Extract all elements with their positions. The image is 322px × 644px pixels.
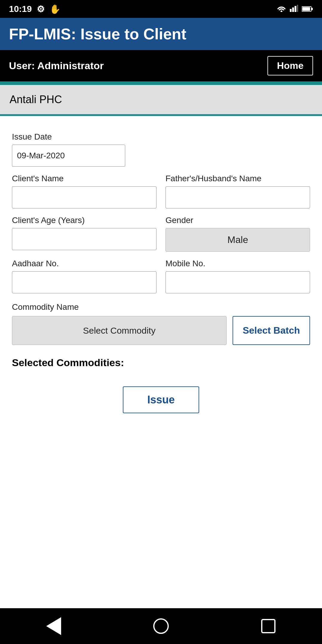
gender-label: Gender — [165, 216, 310, 225]
facility-name: Antali PHC — [0, 85, 322, 116]
recents-nav-button[interactable] — [259, 617, 277, 635]
issue-row: Issue — [12, 386, 310, 413]
father-husband-col: Father's/Husband's Name — [165, 174, 310, 208]
issue-date-label: Issue Date — [12, 132, 310, 142]
home-nav-button[interactable] — [152, 617, 170, 635]
client-name-label: Client's Name — [12, 174, 157, 183]
name-row: Client's Name Father's/Husband's Name — [12, 174, 310, 208]
app-title: FP-LMIS: Issue to Client — [9, 25, 313, 43]
age-col: Client's Age (Years) — [12, 216, 157, 252]
wifi-icon — [277, 4, 286, 14]
commodity-name-label: Commodity Name — [12, 302, 310, 312]
issue-button[interactable]: Issue — [123, 386, 199, 413]
status-time: 10:19 — [9, 4, 32, 14]
svg-rect-4 — [297, 5, 298, 12]
aadhaar-col: Aadhaar No. — [12, 259, 157, 293]
gender-button[interactable]: Male — [165, 228, 310, 252]
select-batch-button[interactable]: Select Batch — [233, 316, 310, 345]
client-name-col: Client's Name — [12, 174, 157, 208]
gear-icon: ⚙ — [37, 4, 45, 14]
father-husband-input[interactable] — [165, 186, 310, 208]
signal-icon — [290, 4, 298, 14]
briefcase-icon: ✋ — [49, 4, 61, 14]
issue-date-input[interactable] — [12, 145, 125, 167]
form-area: Issue Date Client's Name Father's/Husban… — [0, 116, 322, 515]
user-label: User: Administrator — [9, 60, 104, 72]
father-husband-label: Father's/Husband's Name — [165, 174, 310, 183]
mobile-input[interactable] — [165, 271, 310, 293]
client-name-input[interactable] — [12, 186, 157, 208]
bottom-nav — [0, 608, 322, 644]
aadhaar-input[interactable] — [12, 271, 157, 293]
battery-icon — [302, 4, 313, 14]
gender-col: Gender Male — [165, 216, 310, 252]
selected-commodities-label: Selected Commodities: — [12, 357, 310, 369]
aadhaar-mobile-row: Aadhaar No. Mobile No. — [12, 259, 310, 293]
mobile-col: Mobile No. — [165, 259, 310, 293]
status-right — [277, 4, 313, 14]
teal-divider — [0, 81, 322, 85]
client-age-input[interactable] — [12, 228, 157, 250]
aadhaar-label: Aadhaar No. — [12, 259, 157, 268]
home-button[interactable]: Home — [267, 56, 313, 75]
status-left: 10:19 ⚙ ✋ — [9, 4, 61, 14]
client-age-label: Client's Age (Years) — [12, 216, 157, 225]
mobile-label: Mobile No. — [165, 259, 310, 268]
svg-rect-1 — [290, 9, 292, 12]
svg-rect-2 — [292, 7, 294, 12]
svg-rect-7 — [302, 7, 310, 11]
spacer — [0, 515, 322, 608]
select-commodity-button[interactable]: Select Commodity — [12, 316, 227, 345]
user-bar: User: Administrator Home — [0, 50, 322, 81]
age-gender-row: Client's Age (Years) Gender Male — [12, 216, 310, 252]
svg-point-0 — [281, 10, 282, 12]
svg-rect-6 — [312, 8, 313, 10]
status-bar: 10:19 ⚙ ✋ — [0, 0, 322, 18]
app-bar: FP-LMIS: Issue to Client — [0, 18, 322, 50]
back-button[interactable] — [45, 617, 63, 635]
commodity-row: Select Commodity Select Batch — [12, 316, 310, 345]
svg-rect-3 — [295, 6, 296, 12]
